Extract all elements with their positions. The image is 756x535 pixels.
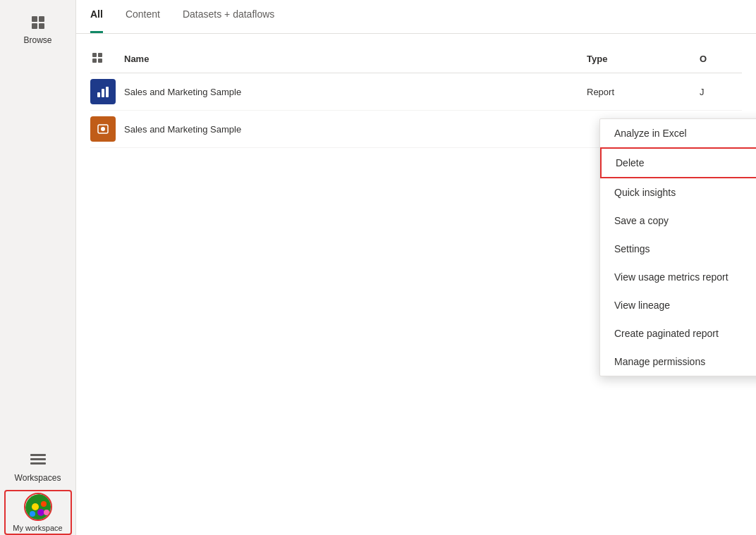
menu-item-quick-insights[interactable]: Quick insights	[600, 178, 756, 207]
svg-rect-2	[32, 23, 37, 29]
tab-content[interactable]: Content	[126, 0, 160, 33]
svg-point-7	[25, 494, 52, 521]
row2-icon-col	[90, 116, 124, 142]
svg-rect-1	[39, 16, 44, 22]
header-owner-col: O	[700, 54, 742, 64]
row2-name: Sales and Marketing Sample	[124, 124, 488, 135]
table-row: Sales and Marketing Sample ··· Report J	[90, 73, 742, 111]
header-type-col: Type	[587, 54, 700, 64]
menu-item-create-paginated[interactable]: Create paginated report	[600, 319, 756, 348]
svg-rect-18	[102, 89, 104, 97]
row1-name: Sales and Marketing Sample	[124, 87, 488, 97]
main-content: All Content Datasets + dataflows Name Ty…	[76, 0, 756, 535]
svg-point-8	[32, 503, 39, 510]
header-icon-col	[90, 51, 124, 67]
tab-bar: All Content Datasets + dataflows	[76, 0, 756, 34]
svg-rect-15	[92, 59, 97, 63]
row1-owner: J	[700, 87, 742, 97]
svg-rect-4	[30, 454, 46, 456]
my-workspace-label: My workspace	[13, 524, 62, 532]
menu-item-view-lineage[interactable]: View lineage	[600, 291, 756, 319]
svg-rect-14	[98, 53, 102, 57]
sidebar-item-browse[interactable]: Browse	[0, 6, 75, 52]
row1-icon-col	[90, 79, 124, 104]
svg-point-21	[101, 127, 105, 131]
svg-rect-17	[97, 92, 100, 97]
tab-all[interactable]: All	[90, 0, 103, 33]
row1-type: Report	[587, 87, 700, 97]
sidebar-item-my-workspace[interactable]: My workspace	[4, 490, 72, 535]
menu-item-analyze-excel[interactable]: Analyze in Excel	[600, 119, 756, 147]
svg-rect-3	[39, 23, 44, 29]
row1-icon	[90, 79, 116, 104]
more-options-button[interactable]: ···	[539, 82, 559, 102]
sidebar-item-workspaces[interactable]: Workspaces	[0, 443, 75, 490]
avatar	[24, 493, 52, 521]
tab-datasets-dataflows[interactable]: Datasets + dataflows	[183, 0, 274, 33]
context-menu: Analyze in Excel Delete Quick insights S…	[599, 118, 756, 376]
menu-item-view-usage-metrics[interactable]: View usage metrics report	[600, 263, 756, 291]
svg-rect-6	[30, 462, 46, 465]
menu-item-manage-permissions[interactable]: Manage permissions	[600, 348, 756, 376]
svg-rect-13	[92, 53, 97, 57]
menu-item-delete[interactable]: Delete	[600, 147, 756, 178]
sidebar-browse-label: Browse	[23, 35, 51, 45]
svg-rect-16	[98, 59, 102, 63]
svg-rect-19	[106, 87, 109, 97]
svg-point-11	[30, 511, 35, 517]
svg-rect-5	[30, 458, 46, 460]
more-options-button-2[interactable]: ···	[539, 119, 559, 139]
favorite-button[interactable]	[513, 82, 533, 102]
svg-rect-0	[32, 16, 37, 22]
share-button-2[interactable]	[488, 119, 508, 139]
svg-point-12	[44, 510, 49, 515]
sidebar-workspaces-label: Workspaces	[15, 473, 61, 483]
favorite-button-2[interactable]	[513, 119, 533, 139]
svg-point-9	[41, 501, 47, 507]
workspaces-icon	[28, 450, 48, 470]
menu-item-save-copy[interactable]: Save a copy	[600, 207, 756, 235]
svg-point-10	[37, 509, 44, 516]
browse-icon	[28, 13, 48, 32]
header-name-col: Name	[124, 54, 488, 64]
sidebar: Browse Workspaces My workspace	[0, 0, 76, 535]
menu-item-settings[interactable]: Settings	[600, 235, 756, 263]
table-header: Name Type O	[90, 45, 742, 73]
row2-icon	[90, 116, 116, 142]
share-button[interactable]	[488, 82, 508, 102]
